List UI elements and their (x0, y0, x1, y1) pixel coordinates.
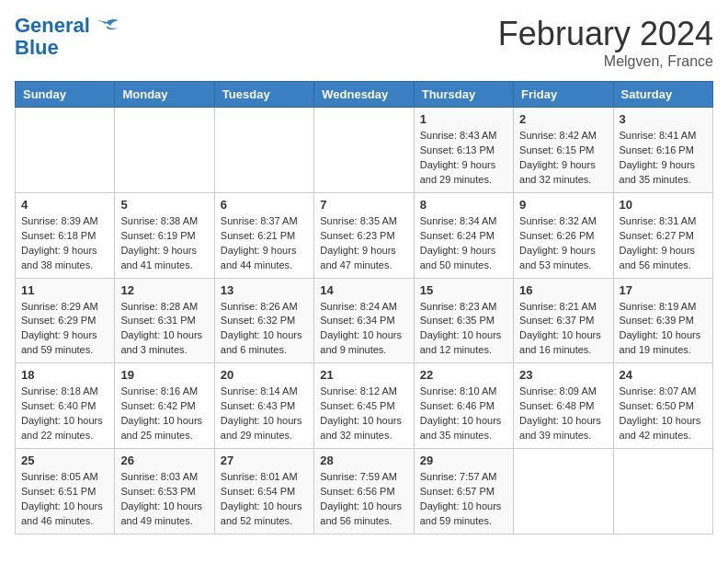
day-number: 8 (420, 198, 507, 212)
day-info: Sunrise: 8:35 AM Sunset: 6:23 PM Dayligh… (320, 214, 407, 273)
day-number: 16 (519, 283, 607, 297)
table-row: 7Sunrise: 8:35 AM Sunset: 6:23 PM Daylig… (314, 192, 414, 278)
table-row: 27Sunrise: 8:01 AM Sunset: 6:54 PM Dayli… (214, 449, 313, 534)
logo-bird-icon (94, 18, 119, 39)
day-info: Sunrise: 8:01 AM Sunset: 6:54 PM Dayligh… (221, 470, 308, 529)
table-row (115, 108, 214, 193)
table-row: 21Sunrise: 8:12 AM Sunset: 6:45 PM Dayli… (314, 363, 414, 449)
table-row: 28Sunrise: 7:59 AM Sunset: 6:56 PM Dayli… (314, 449, 414, 534)
day-number: 20 (221, 368, 308, 382)
col-sunday: Sunday (16, 82, 115, 108)
day-info: Sunrise: 7:59 AM Sunset: 6:56 PM Dayligh… (320, 470, 407, 529)
day-info: Sunrise: 8:42 AM Sunset: 6:15 PM Dayligh… (519, 129, 607, 188)
day-number: 3 (620, 112, 707, 126)
day-number: 6 (221, 198, 308, 212)
day-number: 15 (420, 283, 507, 297)
col-thursday: Thursday (414, 82, 513, 108)
day-number: 7 (320, 198, 407, 212)
table-row: 10Sunrise: 8:31 AM Sunset: 6:27 PM Dayli… (613, 192, 712, 278)
header: GeneralBlue February 2024 Melgven, Franc… (15, 15, 713, 70)
day-number: 11 (21, 283, 108, 297)
day-info: Sunrise: 8:39 AM Sunset: 6:18 PM Dayligh… (21, 214, 108, 273)
day-number: 18 (21, 368, 108, 382)
calendar-title: February 2024 (498, 15, 713, 53)
col-monday: Monday (115, 82, 214, 108)
calendar-header-row: Sunday Monday Tuesday Wednesday Thursday… (16, 82, 713, 108)
table-row (314, 108, 414, 193)
table-row: 15Sunrise: 8:23 AM Sunset: 6:35 PM Dayli… (414, 278, 513, 363)
calendar-subtitle: Melgven, France (498, 53, 713, 70)
table-row: 5Sunrise: 8:38 AM Sunset: 6:19 PM Daylig… (115, 192, 214, 278)
calendar-week-row: 11Sunrise: 8:29 AM Sunset: 6:29 PM Dayli… (16, 278, 713, 363)
day-info: Sunrise: 8:03 AM Sunset: 6:53 PM Dayligh… (120, 470, 208, 529)
day-info: Sunrise: 8:23 AM Sunset: 6:35 PM Dayligh… (420, 300, 507, 359)
day-info: Sunrise: 8:43 AM Sunset: 6:13 PM Dayligh… (420, 129, 507, 188)
logo-text: GeneralBlue (15, 15, 90, 59)
table-row: 14Sunrise: 8:24 AM Sunset: 6:34 PM Dayli… (314, 278, 414, 363)
day-number: 28 (320, 454, 407, 467)
day-number: 17 (620, 283, 707, 297)
day-info: Sunrise: 8:19 AM Sunset: 6:39 PM Dayligh… (620, 300, 707, 359)
day-number: 2 (519, 112, 607, 126)
table-row (16, 108, 115, 193)
table-row: 17Sunrise: 8:19 AM Sunset: 6:39 PM Dayli… (613, 278, 712, 363)
col-friday: Friday (514, 82, 613, 108)
day-info: Sunrise: 8:18 AM Sunset: 6:40 PM Dayligh… (21, 385, 108, 443)
day-number: 4 (21, 198, 108, 212)
day-info: Sunrise: 8:41 AM Sunset: 6:16 PM Dayligh… (620, 129, 707, 188)
calendar-week-row: 4Sunrise: 8:39 AM Sunset: 6:18 PM Daylig… (16, 192, 713, 278)
calendar-week-row: 25Sunrise: 8:05 AM Sunset: 6:51 PM Dayli… (16, 449, 713, 534)
day-info: Sunrise: 8:09 AM Sunset: 6:48 PM Dayligh… (519, 385, 607, 443)
day-info: Sunrise: 8:38 AM Sunset: 6:19 PM Dayligh… (120, 214, 208, 273)
day-number: 12 (120, 283, 208, 297)
logo: GeneralBlue (15, 15, 119, 59)
table-row: 19Sunrise: 8:16 AM Sunset: 6:42 PM Dayli… (115, 363, 214, 449)
table-row: 6Sunrise: 8:37 AM Sunset: 6:21 PM Daylig… (214, 192, 313, 278)
table-row (214, 108, 313, 193)
table-row: 23Sunrise: 8:09 AM Sunset: 6:48 PM Dayli… (514, 363, 613, 449)
table-row: 9Sunrise: 8:32 AM Sunset: 6:26 PM Daylig… (514, 192, 613, 278)
day-info: Sunrise: 8:10 AM Sunset: 6:46 PM Dayligh… (420, 385, 507, 443)
table-row: 1Sunrise: 8:43 AM Sunset: 6:13 PM Daylig… (414, 108, 513, 193)
day-info: Sunrise: 8:29 AM Sunset: 6:29 PM Dayligh… (21, 300, 108, 359)
table-row: 26Sunrise: 8:03 AM Sunset: 6:53 PM Dayli… (115, 449, 214, 534)
day-number: 1 (420, 112, 507, 126)
day-number: 13 (221, 283, 308, 297)
table-row: 22Sunrise: 8:10 AM Sunset: 6:46 PM Dayli… (414, 363, 513, 449)
day-number: 25 (21, 454, 108, 467)
table-row: 24Sunrise: 8:07 AM Sunset: 6:50 PM Dayli… (613, 363, 712, 449)
day-number: 23 (519, 368, 607, 382)
day-info: Sunrise: 8:05 AM Sunset: 6:51 PM Dayligh… (21, 470, 108, 529)
day-number: 5 (120, 198, 208, 212)
table-row: 2Sunrise: 8:42 AM Sunset: 6:15 PM Daylig… (514, 108, 613, 193)
day-number: 14 (320, 283, 407, 297)
day-number: 10 (620, 198, 707, 212)
day-number: 26 (120, 454, 208, 467)
day-number: 9 (519, 198, 607, 212)
day-number: 19 (120, 368, 208, 382)
table-row (613, 449, 712, 534)
table-row: 11Sunrise: 8:29 AM Sunset: 6:29 PM Dayli… (16, 278, 115, 363)
day-info: Sunrise: 8:12 AM Sunset: 6:45 PM Dayligh… (320, 385, 407, 443)
day-info: Sunrise: 7:57 AM Sunset: 6:57 PM Dayligh… (420, 470, 507, 529)
table-row: 13Sunrise: 8:26 AM Sunset: 6:32 PM Dayli… (214, 278, 313, 363)
day-info: Sunrise: 8:24 AM Sunset: 6:34 PM Dayligh… (320, 300, 407, 359)
day-info: Sunrise: 8:07 AM Sunset: 6:50 PM Dayligh… (620, 385, 707, 443)
table-row: 18Sunrise: 8:18 AM Sunset: 6:40 PM Dayli… (16, 363, 115, 449)
table-row: 4Sunrise: 8:39 AM Sunset: 6:18 PM Daylig… (16, 192, 115, 278)
day-info: Sunrise: 8:21 AM Sunset: 6:37 PM Dayligh… (519, 300, 607, 359)
day-info: Sunrise: 8:37 AM Sunset: 6:21 PM Dayligh… (221, 214, 308, 273)
day-info: Sunrise: 8:31 AM Sunset: 6:27 PM Dayligh… (620, 214, 707, 273)
day-number: 21 (320, 368, 407, 382)
day-number: 29 (420, 454, 507, 467)
day-info: Sunrise: 8:34 AM Sunset: 6:24 PM Dayligh… (420, 214, 507, 273)
col-wednesday: Wednesday (314, 82, 414, 108)
table-row: 8Sunrise: 8:34 AM Sunset: 6:24 PM Daylig… (414, 192, 513, 278)
table-row: 29Sunrise: 7:57 AM Sunset: 6:57 PM Dayli… (414, 449, 513, 534)
day-info: Sunrise: 8:28 AM Sunset: 6:31 PM Dayligh… (120, 300, 208, 359)
title-area: February 2024 Melgven, France (498, 15, 713, 70)
day-number: 27 (221, 454, 308, 467)
col-saturday: Saturday (613, 82, 712, 108)
table-row: 25Sunrise: 8:05 AM Sunset: 6:51 PM Dayli… (16, 449, 115, 534)
calendar-table: Sunday Monday Tuesday Wednesday Thursday… (15, 81, 713, 534)
